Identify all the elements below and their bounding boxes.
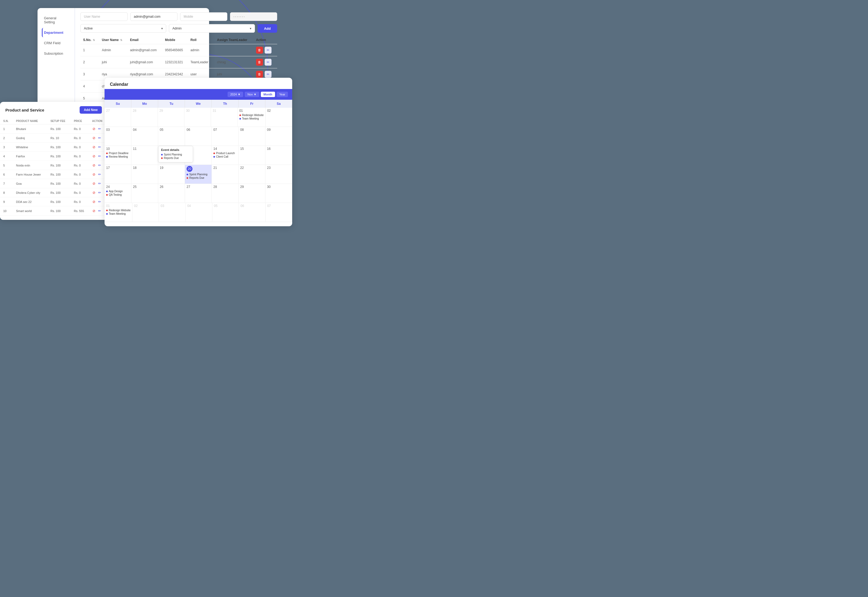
calendar-day[interactable]: 24App DesignQA Testing [105,184,131,203]
calendar-year-btn[interactable]: 2024 ▼ [228,92,243,97]
calendar-day[interactable]: 18 [131,165,158,184]
calendar-day[interactable]: 11 [131,146,158,165]
cell-price: Rs. 0 [71,143,89,152]
status-select-wrapper[interactable]: Active Inactive ▼ [80,24,166,33]
calendar-day[interactable]: 17 [105,165,131,184]
calendar-day[interactable]: 06 [185,127,212,146]
edit-product-button[interactable]: ✏ [98,190,102,195]
delete-product-button[interactable]: ⊘ [92,172,96,177]
calendar-day[interactable]: 31 [211,108,237,126]
mobile-input[interactable] [180,12,227,21]
col-setup-fee: SETUP FEE [47,118,71,125]
calendar-day[interactable]: 08 [239,127,266,146]
edit-product-button[interactable]: ✏ [98,144,102,150]
calendar-month-view-btn[interactable]: Month [261,92,275,97]
calendar-day[interactable]: 30 [266,184,292,203]
calendar-day[interactable]: 04 [186,203,212,222]
event-text: Project Deadline [109,152,128,155]
delete-product-button[interactable]: ⊘ [92,126,96,131]
calendar-day[interactable]: 30 [184,108,211,126]
edit-product-button[interactable]: ✏ [98,199,102,204]
calendar-day[interactable]: 21 [212,165,239,184]
status-select[interactable]: Active Inactive [84,24,163,33]
calendar-day[interactable]: 03 [159,203,185,222]
edit-product-button[interactable]: ✏ [98,154,102,159]
event-text: Redesign Website [242,114,264,117]
cell-price: Rs. 0 [71,125,89,134]
role-select-wrapper[interactable]: Admin TeamLeader GroupLeader user ▼ [169,24,255,33]
calendar-day[interactable]: 14Product LaunchClient Call [212,146,239,165]
sidebar-item-general[interactable]: General Setting [42,13,70,27]
edit-product-button[interactable]: ✏ [98,208,102,213]
calendar-day[interactable]: 05 [158,127,185,146]
edit-product-button[interactable]: ✏ [98,181,102,186]
calendar-year-view-btn[interactable]: Year [277,92,288,97]
cell-action: 🗑 ✏ [253,44,277,56]
calendar-panel: Calendar 2024 ▼ Nov ▼ Month Year Su Mo T… [105,78,292,226]
username-input[interactable] [80,12,128,21]
delete-user-button[interactable]: 🗑 [256,71,263,78]
delete-product-button[interactable]: ⊘ [92,154,96,159]
calendar-day[interactable]: 29 [239,184,266,203]
password-input[interactable] [230,12,277,21]
calendar-day[interactable]: 07 [212,127,239,146]
calendar-month-btn[interactable]: Nov ▼ [245,92,259,97]
sidebar-item-department[interactable]: Department [42,28,70,37]
calendar-day[interactable]: 07 [266,203,292,222]
calendar-day[interactable]: 01Redesign WebsiteTeam Meeting [105,203,132,222]
edit-user-button[interactable]: ✏ [264,59,272,66]
calendar-day[interactable]: 20Sprint PlanningReports Due [185,165,212,184]
cell-setup-fee: Rs. 100 [47,161,71,170]
calendar-day[interactable]: 25 [131,184,158,203]
calendar-day[interactable]: 29 [158,108,184,126]
calendar-day[interactable]: 02 [132,203,159,222]
calendar-day[interactable]: 02 [266,108,292,126]
calendar-day-number: 03 [106,128,129,132]
delete-product-button[interactable]: ⊘ [92,135,96,141]
delete-user-button[interactable]: 🗑 [256,59,263,66]
calendar-day[interactable]: 27 [105,108,131,126]
calendar-day-number: 27 [106,109,129,113]
calendar-day-number: 30 [267,185,290,189]
email-input[interactable] [130,12,178,21]
delete-product-button[interactable]: ⊘ [92,199,96,204]
edit-product-button[interactable]: ✏ [98,126,102,131]
sidebar-item-subscription[interactable]: Subscription [42,49,70,58]
delete-product-button[interactable]: ⊘ [92,144,96,150]
calendar-day[interactable]: 16 [266,146,292,165]
edit-user-button[interactable]: ✏ [264,47,272,53]
edit-product-button[interactable]: ✏ [98,163,102,168]
edit-user-button[interactable]: ✏ [264,71,272,78]
calendar-day[interactable]: 06 [239,203,266,222]
form-row-2: Active Inactive ▼ Admin TeamLeader Group… [80,24,277,33]
delete-product-button[interactable]: ⊘ [92,190,96,195]
calendar-day[interactable]: 09 [266,127,292,146]
calendar-day[interactable]: 26 [158,184,185,203]
calendar-day[interactable]: 28 [131,108,157,126]
role-select[interactable]: Admin TeamLeader GroupLeader user [172,24,251,33]
event-dot [239,118,241,120]
calendar-day[interactable]: 04 [131,127,158,146]
calendar-day[interactable]: 01Redesign WebsiteTeam Meeting [238,108,266,126]
calendar-day[interactable]: 19 [158,165,185,184]
sidebar-item-crmfield[interactable]: CRM Field [42,38,70,48]
add-new-product-button[interactable]: Add New [80,106,102,114]
delete-product-button[interactable]: ⊘ [92,163,96,168]
delete-product-button[interactable]: ⊘ [92,208,96,213]
calendar-day[interactable]: 22 [239,165,266,184]
calendar-day-number: 03 [160,204,184,208]
calendar-day[interactable]: 12Event detailsSprint PlanningReports Du… [158,146,185,165]
cell-price: Rs. 0 [71,179,89,188]
edit-product-button[interactable]: ✏ [98,135,102,141]
calendar-day[interactable]: 28 [212,184,239,203]
calendar-day[interactable]: 05 [212,203,239,222]
add-user-button[interactable]: Add [258,24,277,33]
delete-user-button[interactable]: 🗑 [256,47,263,53]
edit-product-button[interactable]: ✏ [98,172,102,177]
calendar-day[interactable]: 15 [239,146,266,165]
delete-product-button[interactable]: ⊘ [92,181,96,186]
calendar-day[interactable]: 10Project DeadlineReview Meeting [105,146,131,165]
calendar-day[interactable]: 27 [185,184,212,203]
calendar-day[interactable]: 23 [266,165,292,184]
calendar-day[interactable]: 03 [105,127,131,146]
